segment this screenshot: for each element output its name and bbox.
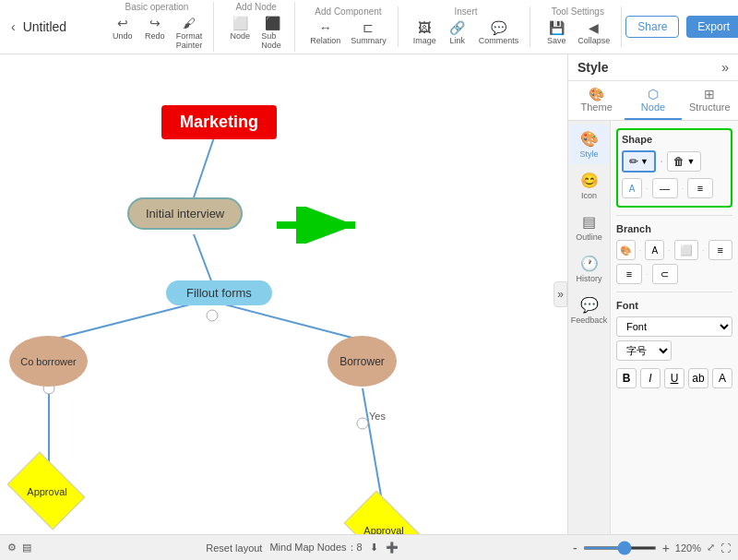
format-painter-button[interactable]: 🖌Format Painter: [173, 14, 207, 52]
link-button[interactable]: 🔗Link: [443, 18, 472, 47]
back-button[interactable]: ‹: [7, 16, 19, 38]
shape-dot1: ·: [646, 184, 649, 193]
export-button[interactable]: Export: [686, 16, 738, 38]
branch-align-button[interactable]: ≡: [708, 240, 732, 260]
node-initial-interview[interactable]: Initial interview: [127, 197, 243, 230]
fullscreen-icon[interactable]: ⛶: [720, 542, 731, 554]
svg-line-2: [49, 304, 194, 340]
side-tab-feedback-label: Feedback: [571, 316, 608, 325]
toolbar-group-add-node: Add Node ⬜Node ⬛Sub Node: [218, 2, 295, 52]
toolbar-group-basic: Basic operation ↩Undo ↪Redo 🖌Format Pain…: [101, 2, 215, 52]
mind-map-nodes-label: Mind Map Nodes：8: [269, 541, 362, 554]
fit-screen-icon[interactable]: ⤢: [707, 542, 715, 554]
font-family-select[interactable]: Font: [616, 316, 732, 337]
tab-theme[interactable]: 🎨 Theme: [568, 81, 625, 120]
zoom-out-button[interactable]: -: [573, 541, 577, 555]
branch-line-button[interactable]: A: [645, 240, 664, 260]
divider-2: [616, 292, 732, 292]
branch-dot2: ·: [668, 245, 671, 255]
share-button[interactable]: Share: [625, 16, 679, 38]
node-button[interactable]: ⬜Node: [225, 14, 255, 52]
zoom-in-button[interactable]: +: [662, 541, 670, 555]
bottom-bar: ⚙ ▤ Reset layout Mind Map Nodes：8 ⬇ ➕ - …: [0, 534, 738, 560]
italic-button[interactable]: I: [640, 368, 661, 388]
summary-button[interactable]: ⊏Summary: [347, 18, 390, 47]
panel-collapse-icon[interactable]: »: [721, 60, 729, 75]
layout-icon[interactable]: ▤: [22, 542, 31, 554]
panel-title: Style: [577, 60, 608, 75]
node-add-icon[interactable]: ➕: [386, 542, 399, 554]
node-fillout-forms[interactable]: Fillout forms: [166, 280, 272, 305]
shape-separator: ·: [660, 153, 663, 170]
sub-node-button[interactable]: ⬛Sub Node: [257, 14, 287, 52]
side-tab-history[interactable]: 🕐 History: [570, 249, 609, 289]
panel-top-tabs: 🎨 Theme ⬡ Node ⊞ Structure: [568, 81, 738, 121]
redo-button[interactable]: ↪Redo: [140, 14, 170, 52]
collapse-panel-button[interactable]: »: [554, 281, 567, 307]
shape-fill-button[interactable]: ✏ ▼: [622, 150, 656, 173]
side-tab-icon[interactable]: 😊 Icon: [570, 166, 609, 206]
panel-body: 🎨 Style 😊 Icon ▤ Outline 🕐 History 💬: [568, 121, 738, 534]
node-download-icon[interactable]: ⬇: [370, 542, 378, 554]
node-co-borrower[interactable]: Co borrower: [9, 336, 88, 387]
tab-node-label: Node: [641, 101, 665, 113]
toolbar-group-basic-buttons: ↩Undo ↪Redo 🖌Format Painter: [108, 14, 207, 52]
line-style-button-1[interactable]: —: [652, 178, 678, 198]
side-tab-style[interactable]: 🎨 Style: [570, 125, 609, 164]
reset-layout-button[interactable]: Reset layout: [206, 542, 262, 554]
line-style-button-2[interactable]: ≡: [687, 178, 713, 198]
svg-line-7: [363, 388, 383, 506]
tab-node[interactable]: ⬡ Node: [625, 81, 681, 120]
yes-label: Yes: [369, 411, 386, 422]
node-borrower[interactable]: Borrower: [327, 336, 397, 387]
image-button[interactable]: 🖼Image: [410, 18, 440, 47]
branch-fill-button[interactable]: 🎨: [616, 240, 636, 260]
shape-style-button[interactable]: 🗑 ▼: [667, 151, 701, 172]
canvas-area[interactable]: Marketing Initial interview Fillout form…: [0, 54, 567, 534]
node-approval-left[interactable]: Approval: [14, 468, 80, 516]
tab-structure-label: Structure: [689, 101, 731, 113]
settings-icon[interactable]: ⚙: [7, 542, 17, 554]
shape-style-icon: 🗑: [673, 155, 684, 168]
side-tab-feedback[interactable]: 💬 Feedback: [570, 291, 609, 330]
shape-color-row-1: A · — · ≡: [622, 178, 727, 198]
green-arrow-icon: [277, 207, 369, 244]
bold-button[interactable]: B: [616, 368, 637, 388]
save-button[interactable]: 💾Save: [542, 18, 571, 47]
strikethrough-button[interactable]: ab: [688, 368, 708, 388]
zoom-slider[interactable]: [583, 546, 657, 550]
font-section-title: Font: [616, 300, 732, 311]
theme-icon: 🎨: [572, 87, 621, 101]
branch-dot3: ·: [702, 245, 705, 255]
branch-dot4: ·: [646, 269, 649, 279]
branch-outdent-button[interactable]: ⊂: [652, 264, 678, 284]
undo-button[interactable]: ↩Undo: [108, 14, 137, 52]
tab-structure[interactable]: ⊞ Structure: [682, 81, 738, 120]
panel-content: Shape ✏ ▼ · 🗑 ▼ A: [611, 121, 738, 534]
comments-button[interactable]: 💬Comments: [475, 18, 523, 47]
toolbar-group-insert-label: Insert: [455, 6, 478, 17]
side-tab-outline[interactable]: ▤ Outline: [570, 208, 609, 247]
underline-button[interactable]: U: [664, 368, 684, 388]
relation-button[interactable]: ↔Relation: [306, 18, 344, 47]
node-marketing[interactable]: Marketing: [161, 105, 277, 139]
fill-color-button[interactable]: A: [622, 178, 642, 198]
font-section: Font Font 字号 B I U ab A: [616, 300, 732, 388]
divider-1: [616, 215, 732, 216]
toolbar-group-tool-settings: Tool Settings 💾Save ◀Collapse: [534, 6, 622, 47]
shape-fill-icon: ✏: [629, 155, 638, 168]
branch-shape-button[interactable]: ⬜: [674, 240, 698, 260]
collapse-button[interactable]: ◀Collapse: [574, 18, 613, 47]
node-tab-icon: ⬡: [628, 87, 677, 101]
toolbar-right-actions: Share Export: [625, 16, 738, 38]
font-color-button[interactable]: A: [712, 368, 732, 388]
node-approval-right[interactable]: Approval: [351, 506, 417, 534]
svg-point-4: [207, 310, 218, 321]
bottom-bar-center: Reset layout Mind Map Nodes：8 ⬇ ➕: [39, 541, 565, 554]
font-size-select[interactable]: 字号: [616, 340, 672, 361]
panel-sidenav: 🎨 Style 😊 Icon ▤ Outline 🕐 History 💬: [568, 121, 611, 534]
toolbar-group-insert-buttons: 🖼Image 🔗Link 💬Comments: [410, 18, 523, 47]
icon-tab-icon: 😊: [580, 172, 599, 189]
svg-line-1: [194, 234, 212, 283]
branch-indent-button[interactable]: ≡: [616, 264, 642, 284]
